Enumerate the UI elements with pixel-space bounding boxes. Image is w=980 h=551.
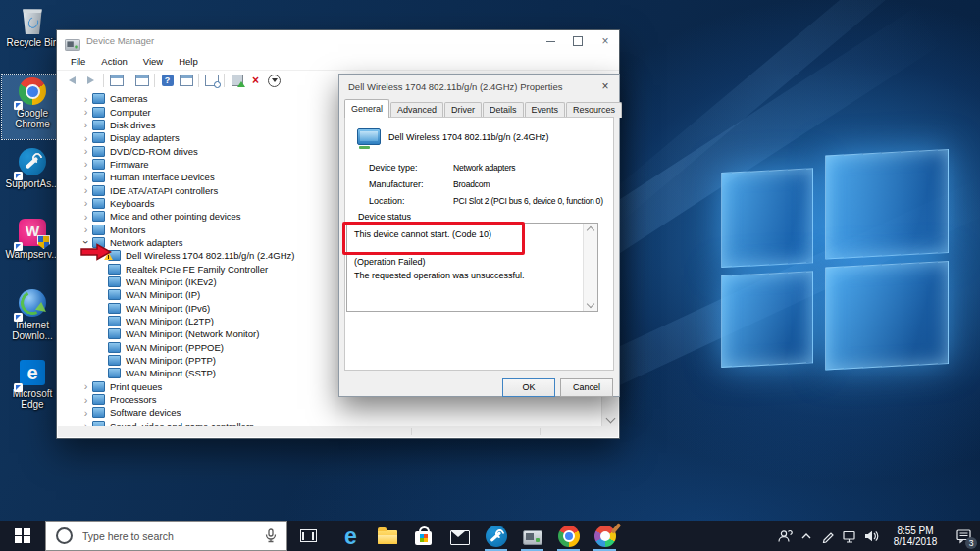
field-value: PCI Slot 2 (PCI bus 6, device 0, functio… [453,196,603,206]
dialog-tab[interactable]: Resources [566,102,622,118]
start-button[interactable] [0,521,45,551]
tree-row-label[interactable]: Human Interface Devices [110,172,215,182]
chevron-icon[interactable] [79,106,92,118]
status-scrollbar[interactable] [583,224,597,311]
tree-row-label[interactable]: DVD/CD-ROM drives [110,146,198,157]
desktop-icon[interactable]: SupportAs... [2,145,63,210]
tree-row-label[interactable]: WAN Miniport (IPv6) [126,303,210,314]
desktop-icon[interactable]: Wampserv... [2,216,63,280]
tree-row-label[interactable]: WAN Miniport (L2TP) [126,316,214,326]
chevron-icon[interactable] [79,211,92,223]
disable-device-button[interactable] [265,73,284,88]
update-driver-button[interactable] [228,73,246,88]
taskbar-search[interactable] [45,521,287,551]
scroll-down-icon[interactable] [587,300,594,308]
people-button[interactable] [774,521,796,551]
help-button[interactable]: ? [158,73,177,88]
cancel-button[interactable]: Cancel [560,378,613,397]
dialog-tab[interactable]: Events [525,102,566,118]
menu-item[interactable]: Help [171,56,206,67]
chevron-icon[interactable] [79,145,92,157]
dialog-tab[interactable]: Driver [444,102,482,118]
tree-row-label[interactable]: WAN Miniport (SSTP) [126,368,216,378]
taskbar-app[interactable] [587,521,623,551]
tree-row-label[interactable]: Monitors [110,225,145,235]
menu-item[interactable]: View [135,56,171,67]
back-button[interactable] [63,73,81,88]
taskbar-app[interactable] [478,521,514,551]
tree-row-label[interactable]: Cameras [110,93,148,104]
dialog-tab[interactable]: Advanced [390,102,443,118]
taskbar-clock[interactable]: 8:55 PM 8/14/2018 [885,526,946,547]
tree-row-label[interactable]: WAN Miniport (IP) [126,289,200,300]
taskbar-app[interactable] [550,521,587,551]
dialog-tab[interactable]: Details [483,102,524,118]
taskbar-app[interactable] [441,521,478,551]
tree-row-label[interactable]: Computer [110,107,151,118]
menu-item[interactable]: Action [93,56,134,67]
chevron-icon[interactable] [79,93,92,105]
chevron-icon[interactable] [79,407,92,419]
close-button[interactable]: × [592,30,619,52]
chevron-icon[interactable] [79,394,92,406]
chevron-icon[interactable] [79,172,92,183]
minimize-button[interactable] [537,30,564,52]
scroll-down-icon[interactable] [605,414,615,424]
console-tree-button[interactable] [107,73,126,88]
maximize-button[interactable] [564,30,592,52]
network-status-button[interactable] [839,521,860,551]
dialog-close-button[interactable]: × [596,78,614,95]
scan-hardware-button[interactable] [202,73,221,88]
ok-button[interactable]: OK [502,378,555,397]
desktop-icon[interactable]: Google Chrome [2,75,63,139]
tree-row-label[interactable]: WAN Miniport (IKEv2) [126,276,217,287]
desktop-icon[interactable]: Internet Downlo... [2,286,63,351]
tree-row-label[interactable]: IDE ATA/ATAPI controllers [110,185,218,196]
device-manager-titlebar[interactable]: Device Manager × [57,30,619,52]
tree-row-label[interactable]: Disk drives [110,120,155,130]
task-view-button[interactable] [293,521,323,551]
tree-row-label[interactable]: Mice and other pointing devices [110,211,241,222]
chevron-icon[interactable] [79,197,92,209]
pen-settings-button[interactable] [817,521,839,551]
tree-row-label[interactable]: Software devices [110,407,181,418]
chevron-icon[interactable] [79,119,92,130]
properties-button[interactable] [132,73,151,88]
desktop-icon[interactable]: Microsoft Edge [2,357,63,422]
tree-row-label[interactable]: WAN Miniport (Network Monitor) [126,328,259,339]
taskbar-app[interactable] [514,521,550,551]
device-icon [108,289,121,300]
chevron-icon[interactable] [79,158,92,170]
uninstall-device-button[interactable]: × [246,73,265,88]
forward-button[interactable] [81,73,100,88]
tree-row-label[interactable]: Dell Wireless 1704 802.11b/g/n (2.4GHz) [126,250,295,261]
microphone-icon[interactable] [265,528,277,543]
taskbar-app[interactable] [405,521,441,551]
desktop-icon[interactable]: Recycle Bin [2,4,63,69]
taskbar-app[interactable] [333,521,369,551]
chevron-icon[interactable] [79,224,92,235]
tree-row-label[interactable]: Realtek PCIe FE Family Controller [126,264,268,275]
chevron-icon[interactable] [79,380,92,392]
show-hidden-icons-button[interactable] [796,521,817,551]
tree-row-label[interactable]: Processors [110,394,157,405]
action-center-button[interactable]: 3 [949,521,978,551]
idm-icon [19,289,46,317]
taskbar-app[interactable] [369,521,405,551]
tree-row-label[interactable]: Firmware [110,159,149,170]
chevron-icon[interactable] [79,132,92,144]
chevron-icon[interactable] [79,184,92,196]
tree-row-label[interactable]: WAN Miniport (PPPOE) [126,342,224,353]
tree-row-label[interactable]: Keyboards [110,198,154,209]
menu-item[interactable]: File [63,56,93,67]
tree-row-label[interactable]: WAN Miniport (PPTP) [126,355,216,366]
dialog-tab[interactable]: General [344,99,389,118]
tree-row-label[interactable]: Network adapters [110,237,182,248]
tree-row-label[interactable]: Print queues [110,381,162,392]
scroll-up-icon[interactable] [587,226,594,234]
volume-button[interactable] [860,521,882,551]
tree-row[interactable]: Software devices [58,406,601,419]
search-input[interactable] [80,529,257,543]
tree-row-label[interactable]: Display adapters [110,132,180,143]
action-pane-button[interactable] [177,73,195,88]
